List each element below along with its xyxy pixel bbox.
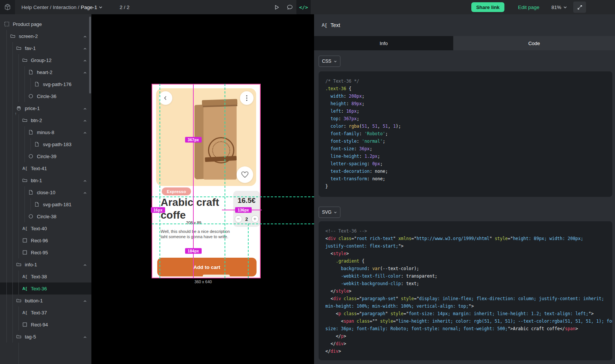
product-title[interactable]: Arabic craft coffe <box>161 196 229 222</box>
tree-guide-line <box>12 234 13 246</box>
layer-label: Group-12 <box>31 57 52 63</box>
layer-row-text-38[interactable]: A[Text-38 <box>0 270 91 282</box>
folder-icon <box>16 298 22 304</box>
layer-label: screen-2 <box>19 33 38 39</box>
minus-button[interactable]: − <box>235 215 242 223</box>
layer-row-screen-2[interactable]: screen-2 <box>0 30 91 42</box>
code-line: background: var(--text-color); <box>325 265 606 272</box>
tree-guide-line <box>18 162 19 174</box>
layer-row-text-40[interactable]: A[Text-40 <box>0 222 91 234</box>
layer-row-svg-path-181[interactable]: svg-path-181 <box>0 198 91 210</box>
tree-guide-line <box>12 102 13 114</box>
svg-format-select[interactable]: SVG <box>319 207 340 218</box>
layer-label: fav-1 <box>25 45 36 51</box>
collapse-chevron-icon[interactable] <box>83 130 87 136</box>
layer-row-svg-path-183[interactable]: svg-path-183 <box>0 138 91 150</box>
tab-info[interactable]: Info <box>314 36 453 50</box>
layer-row-close-10[interactable]: close-10 <box>0 186 91 198</box>
code-line: font-style: 'normal'; <box>325 137 606 145</box>
code-line: font-size: 36px; <box>325 145 606 153</box>
add-to-cart-button[interactable]: Add to cart <box>157 258 257 276</box>
edit-page-link[interactable]: Edit page <box>518 0 539 14</box>
share-link-button[interactable]: Share link <box>471 2 504 12</box>
play-button[interactable] <box>271 0 282 14</box>
code-line: <div class="paragraph-set" style="displa… <box>325 295 606 302</box>
layer-label: Text-37 <box>31 310 47 316</box>
collapse-chevron-icon[interactable] <box>83 190 87 196</box>
zoom-control[interactable]: 81% <box>551 0 567 14</box>
tree-guide-line <box>18 307 19 319</box>
layer-row-rect-95[interactable]: Rect-95 <box>0 246 91 258</box>
code-line: <!-- Text-36 --> <box>325 227 606 235</box>
layer-row-tag-5[interactable]: tag-5 <box>0 331 91 343</box>
tree-guide-line <box>18 343 19 364</box>
layer-row-button-1[interactable]: button-1 <box>0 295 91 307</box>
collapse-chevron-icon[interactable] <box>83 58 87 64</box>
tree-guide-line <box>24 210 25 222</box>
layer-row-product page[interactable]: Product page <box>0 18 91 30</box>
collapse-chevron-icon[interactable] <box>83 46 87 52</box>
code-line: </style> <box>325 287 606 295</box>
product-description: Well, this should be a nice description … <box>161 229 230 239</box>
layer-row-group-12[interactable]: Group-12 <box>0 54 91 66</box>
code-line: letter-spacing: 0px; <box>325 160 606 168</box>
tree-guide-line <box>6 138 7 150</box>
product-page-frame[interactable]: Expresso Arabic craft coffe 208 x 89 Wel… <box>152 84 261 278</box>
css-format-select[interactable]: CSS <box>319 56 340 67</box>
layer-row-text-37[interactable]: A[Text-37 <box>0 307 91 319</box>
tree-guide-line <box>12 114 13 126</box>
tree-guide-line <box>24 198 25 210</box>
layer-label: minus-8 <box>37 130 54 135</box>
layer-row-svg-path-176[interactable]: svg-path-176 <box>0 78 91 90</box>
collapse-chevron-icon[interactable] <box>83 118 87 124</box>
collapse-chevron-icon[interactable] <box>83 34 87 40</box>
fullscreen-button[interactable] <box>573 2 586 13</box>
overflow-menu-button[interactable] <box>240 91 254 105</box>
collapse-chevron-icon[interactable] <box>83 299 87 304</box>
selection-size-label: 208 x 89 <box>178 221 210 225</box>
layer-row-rect-94[interactable]: Rect-94 <box>0 319 91 331</box>
plus-button[interactable]: + <box>251 215 259 223</box>
comment-button[interactable] <box>284 0 295 14</box>
layer-row-circle-39[interactable]: Circle-39 <box>0 150 91 162</box>
collapse-chevron-icon[interactable] <box>83 335 87 340</box>
layer-row-btn-1[interactable]: btn-1 <box>0 174 91 186</box>
code-line: line-height: 1.2px; <box>325 153 606 160</box>
sidebar-scrollbar[interactable] <box>89 17 91 94</box>
tree-guide-line <box>18 174 19 186</box>
favorite-button[interactable] <box>237 166 253 183</box>
collapse-chevron-icon[interactable] <box>83 178 87 184</box>
svg-code-block[interactable]: <!-- Text-36 --><div class="root rich-te… <box>319 221 612 360</box>
tree-guide-line <box>6 150 7 162</box>
category-tag[interactable]: Expresso <box>162 187 191 195</box>
code-line: <div class="root rich-text" xmlns="http:… <box>325 235 606 242</box>
layer-row-text-41[interactable]: A[Text-41 <box>0 162 91 174</box>
breadcrumb[interactable]: Help Center / Interaction / Page-1 <box>21 0 103 14</box>
code-line: size: 36px; font-family: Roboto; font-st… <box>325 325 606 332</box>
collapse-chevron-icon[interactable] <box>83 106 87 112</box>
code-mode-button[interactable]: </> <box>296 0 311 14</box>
layer-row-circle-36[interactable]: Circle-36 <box>0 90 91 102</box>
layer-row-fav-1[interactable]: fav-1 <box>0 42 91 54</box>
app-logo[interactable] <box>0 0 15 14</box>
layer-row-btn-2[interactable]: btn-2 <box>0 114 91 126</box>
collapse-chevron-icon[interactable] <box>83 70 87 76</box>
layer-row-minus-8[interactable]: minus-8 <box>0 126 91 138</box>
layer-row-circle-38[interactable]: Circle-38 <box>0 210 91 222</box>
layer-row-heart-2[interactable]: heart-2 <box>0 66 91 78</box>
layer-label: Text-41 <box>31 166 47 171</box>
layer-row-text-36[interactable]: A[Text-36 <box>0 282 91 295</box>
chevron-down-icon <box>563 5 567 9</box>
layer-row-price-1[interactable]: price-1↑ <box>0 102 91 114</box>
collapse-chevron-icon[interactable] <box>83 263 87 268</box>
tab-code[interactable]: Code <box>453 36 615 50</box>
kebab-menu-icon <box>246 95 248 101</box>
tree-guide-line <box>12 54 13 66</box>
design-canvas[interactable]: Expresso Arabic craft coffe 208 x 89 Wel… <box>91 14 314 364</box>
css-code-block[interactable]: /* Text-36 */.text-36 { width: 208px; he… <box>319 71 612 197</box>
back-button[interactable] <box>159 91 172 105</box>
layer-row-rect-96[interactable]: Rect-96 <box>0 234 91 246</box>
zoom-level: 81% <box>551 5 561 10</box>
tree-guide-line <box>30 198 31 210</box>
layer-row-info-1[interactable]: info-1 <box>0 258 91 270</box>
